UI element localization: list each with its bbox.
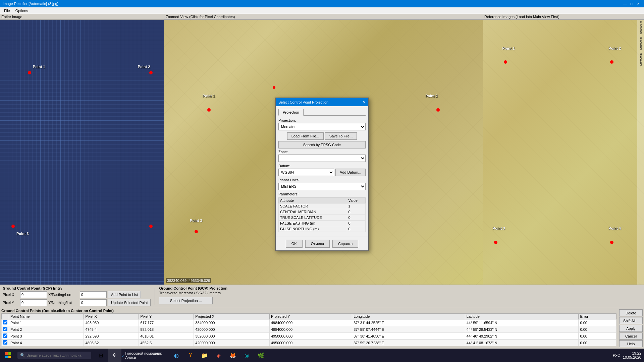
modal-overlay: Select Control Point Projection × Projec… (0, 0, 644, 349)
taskbar-app7-button[interactable]: ◎ (240, 349, 254, 362)
taskbar-app5-button[interactable]: ◈ (212, 349, 225, 362)
modal-body: Projection Projection: Mercator Load Fro… (276, 106, 368, 237)
microphone-icon: 🎙 (112, 353, 117, 358)
params-row: FALSE EASTING (m) 0 (279, 221, 366, 226)
zone-group: Zone: (278, 150, 366, 162)
planar-units-select[interactable]: METERS (278, 183, 366, 190)
modal-ok-button[interactable]: OK (286, 240, 303, 248)
planar-units-group: Planar Units: METERS (278, 178, 366, 190)
alisa-label: Голосовой помощник Алиса (125, 351, 169, 359)
param-attribute: FALSE NORTHING (m) (279, 226, 347, 232)
zone-select[interactable] (278, 155, 366, 162)
param-value: 0 (347, 215, 365, 221)
params-row: TRUE SCALE LATITUDE 0 (279, 215, 366, 221)
param-attribute: SCALE FACTOR (279, 203, 347, 209)
modal-close-button[interactable]: × (363, 100, 366, 105)
taskbar-date: 10.05.2020 (623, 355, 641, 359)
svg-rect-11 (8, 356, 11, 358)
params-col-attr: Attribute (279, 198, 347, 203)
windows-icon (5, 352, 11, 359)
param-attribute: TRUE SCALE LATITUDE (279, 215, 347, 221)
params-row: FALSE NORTHING (m) 0 (279, 226, 366, 232)
param-value: 0 (347, 226, 365, 232)
taskbar-search-input[interactable] (26, 353, 87, 357)
epsg-button-row: Search by EPSG Code (278, 141, 366, 148)
start-button[interactable] (0, 349, 16, 362)
save-to-file-button[interactable]: Save To File... (325, 132, 357, 140)
params-row: SCALE FACTOR 1 (279, 203, 366, 209)
params-col-value: Value (347, 198, 365, 203)
param-value: 0 (347, 209, 365, 215)
taskbar-time: 19:22 (632, 351, 641, 355)
taskbar-search-box[interactable]: 🔍 (17, 352, 91, 359)
taskbar-view-button[interactable]: ⊞ (94, 349, 107, 362)
taskbar-browser2-button[interactable]: Y (184, 349, 197, 362)
planar-units-label: Planar Units: (278, 178, 366, 182)
projection-label: Projection: (278, 118, 366, 122)
param-value: 1 (347, 203, 365, 209)
load-from-file-button[interactable]: Load From File... (287, 132, 324, 140)
projection-select[interactable]: Mercator (278, 123, 366, 130)
file-buttons-row: Load From File... Save To File... (278, 132, 366, 140)
datum-select[interactable]: WGS84 (278, 169, 334, 176)
parameters-group: Parameters: Attribute Value SCALE FACTOR… (278, 192, 366, 232)
taskbar-clock: 19:22 10.05.2020 (623, 351, 641, 359)
svg-rect-9 (8, 352, 11, 355)
modal-title-bar: Select Control Point Projection × (276, 98, 368, 106)
param-attribute: CENTRAL MERIDIAN (279, 209, 347, 215)
modal-dialog: Select Control Point Projection × Projec… (275, 98, 369, 251)
zone-label: Zone: (278, 150, 366, 154)
modal-tab-bar: Projection (278, 109, 366, 116)
datum-row: WGS84 Add Datum... (278, 169, 366, 176)
projection-group: Projection: Mercator (278, 118, 366, 130)
taskbar-microphone-button[interactable]: 🎙 (108, 349, 121, 362)
modal-cancel-button[interactable]: Отмена (305, 240, 330, 248)
modal-footer: OK Отмена Справка (276, 237, 368, 250)
params-table: Attribute Value SCALE FACTOR 1 CENTRAL M… (278, 197, 366, 232)
taskbar-explorer-button[interactable]: 📁 (198, 349, 211, 362)
svg-rect-10 (5, 356, 8, 358)
datum-label: Datum: (278, 164, 366, 168)
param-value: 0 (347, 221, 365, 226)
taskbar-locale: РУС (613, 353, 620, 357)
parameters-label: Parameters: (278, 192, 366, 196)
modal-help-button[interactable]: Справка (332, 240, 358, 248)
taskbar: 🔍 ⊞ 🎙 ♪ Голосовой помощник Алиса ◐ Y 📁 ◈… (0, 349, 644, 362)
param-attribute: FALSE EASTING (m) (279, 221, 347, 226)
taskbar-edge-button[interactable]: ◐ (170, 349, 183, 362)
taskbar-app-alisa[interactable]: ♪ Голосовой помощник Алиса (122, 349, 169, 362)
svg-rect-8 (5, 352, 8, 355)
params-row: CENTRAL MERIDIAN 0 (279, 209, 366, 215)
modal-tab-projection[interactable]: Projection (278, 109, 304, 116)
modal-title: Select Control Point Projection (278, 100, 363, 104)
search-epsg-button[interactable]: Search by EPSG Code (278, 141, 366, 148)
alisa-icon: ♪ (122, 353, 124, 357)
taskbar-app8-button[interactable]: 🌿 (254, 349, 268, 362)
datum-group: Datum: WGS84 Add Datum... (278, 164, 366, 176)
taskbar-apps: ⊞ 🎙 ♪ Голосовой помощник Алиса ◐ Y 📁 ◈ 🦊… (94, 349, 268, 362)
taskbar-app6-button[interactable]: 🦊 (226, 349, 239, 362)
search-icon: 🔍 (20, 353, 25, 358)
add-datum-button[interactable]: Add Datum... (335, 169, 366, 176)
taskbar-right: РУС 19:22 10.05.2020 (610, 351, 644, 359)
